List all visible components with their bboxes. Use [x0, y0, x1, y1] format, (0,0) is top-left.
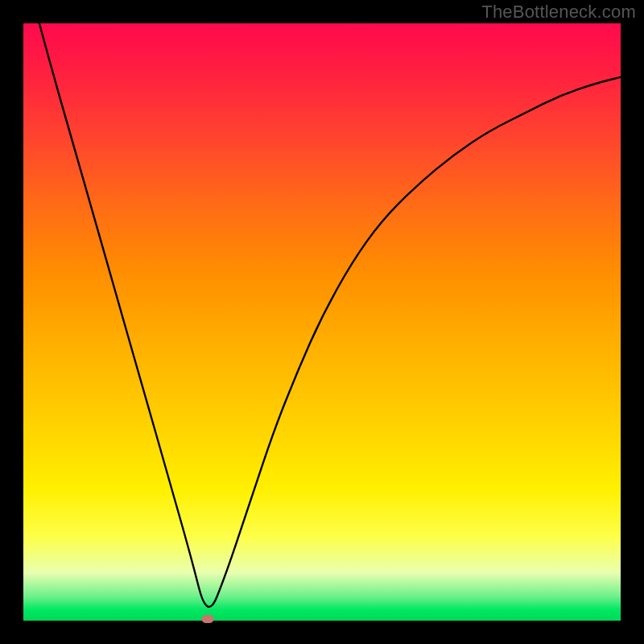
chart-frame: TheBottleneck.com [0, 0, 644, 644]
minimum-marker [202, 615, 214, 623]
curve-path [23, 23, 621, 607]
plot-area [23, 23, 621, 621]
watermark-text: TheBottleneck.com [481, 2, 636, 23]
bottleneck-curve [23, 23, 621, 621]
